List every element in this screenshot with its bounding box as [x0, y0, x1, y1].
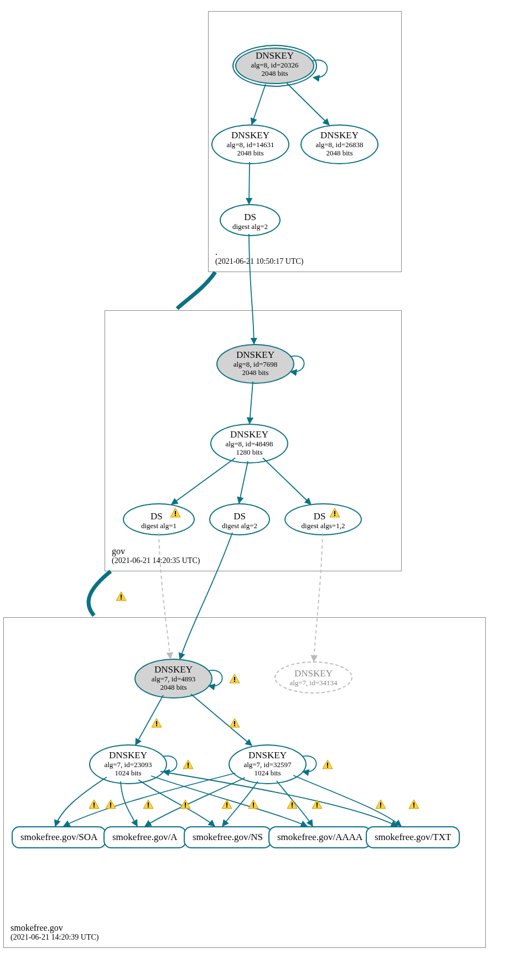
- warning-icon: [322, 759, 333, 769]
- dnskey-label: DNSKEY: [302, 126, 377, 141]
- dnskey-label: DNSKEY: [136, 660, 211, 675]
- warning-icon: [329, 508, 340, 518]
- warning-icon: [229, 718, 240, 728]
- dnskey-sf-32597: DNSKEY alg=7, id=32597 1024 bits: [229, 744, 307, 784]
- dnskey-gov-zsk: DNSKEY alg=8, id=48498 1280 bits: [210, 424, 288, 463]
- detail: alg=7, id=23093: [90, 761, 166, 769]
- dnskey-sf-34134: DNSKEY alg=7, id=34134: [274, 661, 352, 694]
- dnskey-label: DNSKEY: [211, 425, 287, 440]
- zone-root-name: .: [215, 247, 303, 257]
- detail: digest algs=1,2: [286, 522, 361, 530]
- rrset-ns: smokefree.gov/NS: [184, 826, 272, 848]
- detail: 2048 bits: [136, 684, 211, 692]
- dnskey-label: DNSKEY: [90, 746, 166, 761]
- rrset-soa: smokefree.gov/SOA: [12, 826, 106, 848]
- zone-gov-name: gov: [112, 546, 200, 556]
- detail: alg=8, id=48498: [211, 440, 287, 449]
- ds-label: DS: [286, 504, 361, 522]
- dnskey-label: DNSKEY: [217, 345, 293, 361]
- warning-icon: [221, 799, 232, 809]
- warning-icon: [143, 799, 154, 809]
- detail: alg=7, id=32597: [230, 761, 305, 769]
- detail: 1024 bits: [90, 769, 166, 778]
- detail: digest alg=1: [124, 522, 194, 530]
- warning-icon: [312, 799, 323, 809]
- dnskey-root-14631: DNSKEY alg=8, id=14631 2048 bits: [211, 124, 289, 164]
- dnskey-sf-ksk: DNSKEY alg=7, id=4893 2048 bits: [134, 659, 212, 698]
- detail: digest alg=2: [210, 522, 269, 530]
- detail: alg=8, id=14631: [212, 141, 288, 149]
- warning-icon: [375, 799, 386, 809]
- detail: alg=7, id=4893: [136, 675, 211, 684]
- detail: 2048 bits: [217, 369, 293, 377]
- detail: alg=8, id=26838: [302, 141, 377, 149]
- warning-icon: [287, 799, 298, 809]
- detail: 2048 bits: [212, 149, 288, 158]
- dnskey-label: DNSKEY: [212, 126, 288, 141]
- dnskey-label: DNSKEY: [230, 746, 305, 761]
- zone-gov-label: gov (2021-06-21 14:20:35 UTC): [112, 546, 200, 565]
- ds-root: DS digest alg=2: [220, 204, 281, 236]
- dnskey-sf-23093: DNSKEY alg=7, id=23093 1024 bits: [89, 744, 167, 784]
- rrset-txt: smokefree.gov/TXT: [366, 826, 460, 848]
- detail: 2048 bits: [302, 149, 377, 158]
- warning-icon: [183, 759, 194, 769]
- zone-smokefree-time: (2021-06-21 14:20:39 UTC): [11, 933, 98, 942]
- detail: 1024 bits: [230, 769, 305, 778]
- detail: digest alg=2: [221, 223, 279, 231]
- ds-gov-alg1: DS digest alg=1: [123, 503, 195, 535]
- zone-smokefree: smokefree.gov (2021-06-21 14:20:39 UTC): [3, 617, 486, 948]
- zone-root-time: (2021-06-21 10:50:17 UTC): [215, 257, 303, 266]
- dnskey-gov-ksk: DNSKEY alg=8, id=7698 2048 bits: [216, 344, 294, 384]
- ds-gov-alg2: DS digest alg=2: [209, 503, 270, 535]
- rrset-aaaa: smokefree.gov/AAAA: [268, 826, 371, 848]
- ds-label: DS: [221, 205, 279, 223]
- dnskey-root-26838: DNSKEY alg=8, id=26838 2048 bits: [300, 124, 378, 164]
- detail: 1280 bits: [211, 449, 287, 457]
- detail: 2048 bits: [234, 70, 316, 78]
- zone-smokefree-name: smokefree.gov: [11, 923, 98, 933]
- detail: alg=7, id=34134: [276, 679, 351, 687]
- detail: alg=8, id=20326: [234, 61, 316, 70]
- dnskey-root-ksk: DNSKEY alg=8, id=20326 2048 bits: [232, 45, 317, 87]
- warning-icon: [151, 718, 162, 728]
- detail: alg=8, id=7698: [217, 361, 293, 369]
- warning-icon: [248, 799, 259, 809]
- warning-icon: [89, 799, 100, 809]
- zone-smokefree-label: smokefree.gov (2021-06-21 14:20:39 UTC): [11, 923, 98, 942]
- ds-label: DS: [124, 504, 194, 522]
- zone-gov-time: (2021-06-21 14:20:35 UTC): [112, 556, 200, 565]
- ds-label: DS: [210, 504, 269, 522]
- dnskey-label: DNSKEY: [276, 663, 351, 679]
- warning-icon: [408, 799, 419, 809]
- rrset-a: smokefree.gov/A: [103, 826, 186, 848]
- warning-icon: [180, 799, 191, 809]
- zone-root-label: . (2021-06-21 10:50:17 UTC): [215, 247, 303, 266]
- warning-icon: [105, 799, 116, 809]
- warning-icon: [170, 508, 181, 518]
- warning-icon: [229, 674, 240, 684]
- ds-gov-algs12: DS digest algs=1,2: [284, 503, 362, 535]
- dnskey-label: DNSKEY: [234, 46, 316, 61]
- warning-icon: [116, 591, 127, 601]
